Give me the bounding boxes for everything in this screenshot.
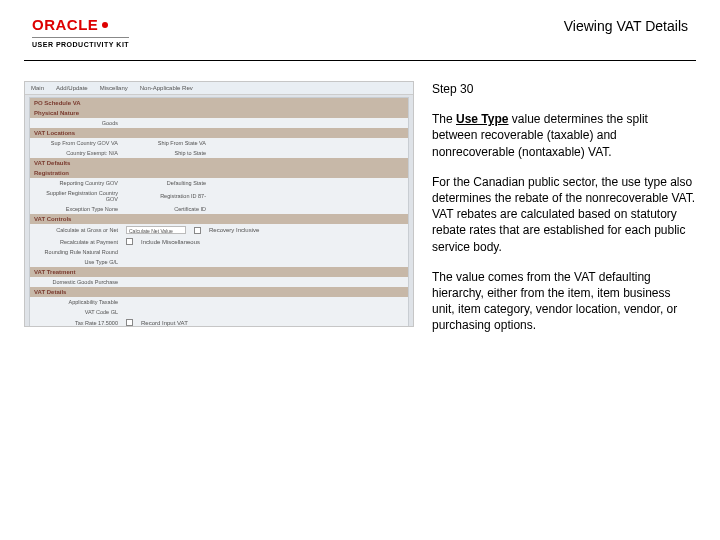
ss-field-label: Recalculate at Payment [38, 239, 118, 245]
oracle-logo: ORACLE [32, 16, 129, 33]
ss-field-value: Calculate Net Value [126, 226, 186, 234]
ss-field-label: Recovery Inclusive [209, 227, 259, 233]
ss-section: VAT Defaults [30, 158, 408, 168]
ss-field-label: Use Type G/L [38, 259, 118, 265]
instruction-text: Step 30 The Use Type value determines th… [432, 81, 696, 347]
ss-section: VAT Controls [30, 214, 408, 224]
ss-field-label: Exception Type None [38, 206, 118, 212]
checkbox-icon [126, 238, 133, 245]
paragraph-2: For the Canadian public sector, the use … [432, 174, 696, 255]
p1-key-term: Use Type [456, 112, 508, 126]
ss-section: Registration [30, 168, 408, 178]
ss-tab: Non-Applicable Rev [140, 85, 193, 91]
ss-section: VAT Details [30, 287, 408, 297]
brand-subtitle: USER PRODUCTIVITY KIT [32, 37, 129, 48]
paragraph-3: The value comes from the VAT defaulting … [432, 269, 696, 334]
brand-dot-icon [102, 22, 108, 28]
ss-field-label: Sup From Country GOV VA [38, 140, 118, 146]
page-title: Viewing VAT Details [564, 18, 688, 34]
p1-prefix: The [432, 112, 456, 126]
ss-section: Physical Nature [30, 108, 408, 118]
ss-field-label: Defaulting State [126, 180, 206, 186]
ss-section: PO Schedule VA [30, 98, 408, 108]
checkbox-icon [194, 227, 201, 234]
ss-field-label: Goods [38, 120, 118, 126]
ss-field-label: Reporting Country GOV [38, 180, 118, 186]
ss-section: VAT Locations [30, 128, 408, 138]
ss-tab: Add/Update [56, 85, 88, 91]
ss-field-label: VAT Code GL [38, 309, 118, 315]
ss-field-label: Registration ID 87- [126, 193, 206, 199]
checkbox-icon [126, 319, 133, 326]
ss-section: VAT Treatment [30, 267, 408, 277]
ss-field-label: Country Exempt: N/A [38, 150, 118, 156]
ss-field-label: Applicability Taxable [38, 299, 118, 305]
ss-field-label: Rounding Rule Natural Round [38, 249, 118, 255]
embedded-screenshot: Main Add/Update Miscellany Non-Applicabl… [24, 81, 414, 327]
header-divider [24, 60, 696, 61]
paragraph-1: The Use Type value determines the split … [432, 111, 696, 160]
ss-field-label: Supplier Registration Country GOV [38, 190, 118, 202]
brand-name: ORACLE [32, 16, 98, 33]
brand-block: ORACLE USER PRODUCTIVITY KIT [32, 16, 129, 48]
step-label: Step 30 [432, 81, 696, 97]
ss-field-label: Calculate at Gross or Net [38, 227, 118, 233]
ss-tab: Miscellany [100, 85, 128, 91]
ss-field-label: Include Miscellaneous [141, 239, 200, 245]
ss-field-label: Tax Rate 17.5000 [38, 320, 118, 326]
ss-field-label: Ship From State VA [126, 140, 206, 146]
ss-field-label: Record Input VAT [141, 320, 188, 326]
ss-field-label: Domestic Goods Purchase [38, 279, 118, 285]
ss-field-label: Ship to State [126, 150, 206, 156]
ss-field-label: Certificate ID [126, 206, 206, 212]
ss-tab: Main [31, 85, 44, 91]
